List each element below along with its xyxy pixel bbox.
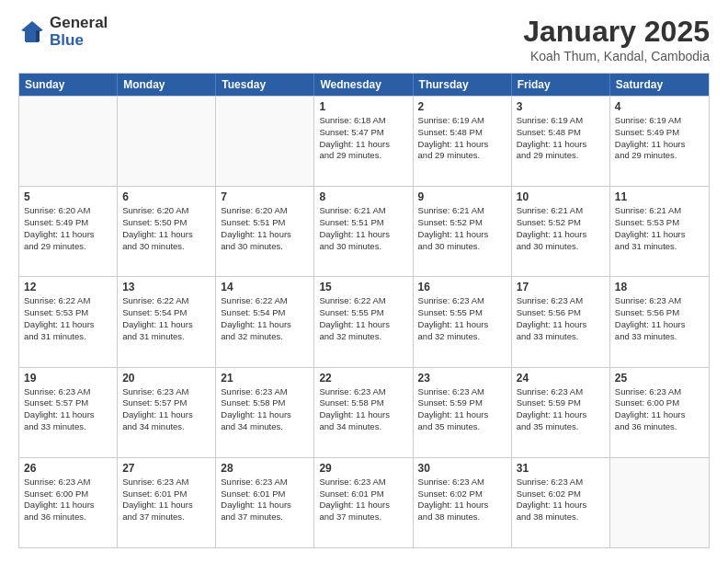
day-number: 29: [319, 462, 407, 475]
day-info: Sunrise: 6:19 AM Sunset: 5:48 PM Dayligh…: [517, 115, 605, 162]
cal-cell: 17Sunrise: 6:23 AM Sunset: 5:56 PM Dayli…: [512, 277, 610, 366]
cal-cell: 16Sunrise: 6:23 AM Sunset: 5:55 PM Dayli…: [414, 277, 512, 366]
logo: General Blue: [18, 15, 108, 49]
cal-cell: 24Sunrise: 6:23 AM Sunset: 5:59 PM Dayli…: [512, 368, 610, 457]
day-number: 8: [319, 190, 407, 203]
day-info: Sunrise: 6:20 AM Sunset: 5:50 PM Dayligh…: [122, 205, 210, 252]
cal-cell: 31Sunrise: 6:23 AM Sunset: 6:02 PM Dayli…: [512, 458, 610, 547]
cal-cell: 10Sunrise: 6:21 AM Sunset: 5:52 PM Dayli…: [512, 187, 610, 276]
day-number: 1: [319, 100, 407, 113]
cal-cell: 27Sunrise: 6:23 AM Sunset: 6:01 PM Dayli…: [118, 458, 216, 547]
location: Koah Thum, Kandal, Cambodia: [523, 49, 710, 63]
cal-cell: 23Sunrise: 6:23 AM Sunset: 5:59 PM Dayli…: [414, 368, 512, 457]
day-number: 15: [319, 281, 407, 293]
day-header-tuesday: Tuesday: [216, 74, 314, 96]
cal-cell: 30Sunrise: 6:23 AM Sunset: 6:02 PM Dayli…: [414, 458, 512, 547]
day-number: 27: [122, 462, 210, 475]
cal-cell: 28Sunrise: 6:23 AM Sunset: 6:01 PM Dayli…: [216, 458, 314, 547]
day-number: 25: [615, 372, 704, 385]
cal-cell: 13Sunrise: 6:22 AM Sunset: 5:54 PM Dayli…: [118, 277, 216, 366]
day-info: Sunrise: 6:23 AM Sunset: 5:57 PM Dayligh…: [122, 386, 210, 433]
day-info: Sunrise: 6:23 AM Sunset: 6:01 PM Dayligh…: [122, 477, 210, 523]
day-info: Sunrise: 6:18 AM Sunset: 5:47 PM Dayligh…: [319, 115, 407, 162]
cal-cell: 7Sunrise: 6:20 AM Sunset: 5:51 PM Daylig…: [216, 187, 314, 276]
day-header-thursday: Thursday: [414, 74, 512, 96]
cal-cell: 19Sunrise: 6:23 AM Sunset: 5:57 PM Dayli…: [19, 368, 118, 457]
day-number: 4: [615, 100, 704, 113]
logo-general: General: [50, 15, 108, 32]
cal-cell: 20Sunrise: 6:23 AM Sunset: 5:57 PM Dayli…: [118, 368, 216, 457]
cal-cell: 1Sunrise: 6:18 AM Sunset: 5:47 PM Daylig…: [314, 97, 413, 186]
day-info: Sunrise: 6:23 AM Sunset: 5:56 PM Dayligh…: [615, 295, 704, 342]
cal-cell: [610, 458, 709, 547]
day-info: Sunrise: 6:19 AM Sunset: 5:49 PM Dayligh…: [615, 115, 704, 162]
week-row-2: 5Sunrise: 6:20 AM Sunset: 5:49 PM Daylig…: [19, 186, 709, 276]
day-header-monday: Monday: [118, 74, 216, 96]
day-info: Sunrise: 6:23 AM Sunset: 5:57 PM Dayligh…: [24, 386, 112, 433]
day-header-saturday: Saturday: [610, 74, 709, 96]
day-number: 17: [517, 281, 605, 293]
cal-cell: 14Sunrise: 6:22 AM Sunset: 5:54 PM Dayli…: [216, 277, 314, 366]
week-row-1: 1Sunrise: 6:18 AM Sunset: 5:47 PM Daylig…: [19, 96, 709, 186]
day-info: Sunrise: 6:21 AM Sunset: 5:52 PM Dayligh…: [418, 205, 506, 252]
cal-cell: 11Sunrise: 6:21 AM Sunset: 5:53 PM Dayli…: [610, 187, 709, 276]
title-block: January 2025 Koah Thum, Kandal, Cambodia: [523, 15, 710, 63]
cal-cell: 12Sunrise: 6:22 AM Sunset: 5:53 PM Dayli…: [19, 277, 118, 366]
cal-cell: 8Sunrise: 6:21 AM Sunset: 5:51 PM Daylig…: [314, 187, 413, 276]
day-info: Sunrise: 6:21 AM Sunset: 5:52 PM Dayligh…: [517, 205, 605, 252]
day-info: Sunrise: 6:23 AM Sunset: 6:00 PM Dayligh…: [615, 386, 704, 433]
cal-cell: 21Sunrise: 6:23 AM Sunset: 5:58 PM Dayli…: [216, 368, 314, 457]
day-info: Sunrise: 6:20 AM Sunset: 5:51 PM Dayligh…: [221, 205, 309, 252]
day-number: 3: [517, 100, 605, 113]
cal-cell: 26Sunrise: 6:23 AM Sunset: 6:00 PM Dayli…: [19, 458, 118, 547]
day-info: Sunrise: 6:22 AM Sunset: 5:55 PM Dayligh…: [319, 295, 407, 342]
day-header-friday: Friday: [512, 74, 610, 96]
day-number: 7: [221, 190, 309, 203]
month-title: January 2025: [523, 15, 710, 49]
day-number: 11: [615, 190, 704, 203]
day-info: Sunrise: 6:23 AM Sunset: 5:58 PM Dayligh…: [221, 386, 309, 433]
day-info: Sunrise: 6:23 AM Sunset: 5:56 PM Dayligh…: [517, 295, 605, 342]
day-info: Sunrise: 6:22 AM Sunset: 5:54 PM Dayligh…: [221, 295, 309, 342]
day-number: 6: [122, 190, 210, 203]
day-number: 20: [122, 372, 210, 385]
week-row-3: 12Sunrise: 6:22 AM Sunset: 5:53 PM Dayli…: [19, 276, 709, 366]
day-number: 30: [418, 462, 506, 475]
day-info: Sunrise: 6:21 AM Sunset: 5:53 PM Dayligh…: [615, 205, 704, 252]
cal-cell: [19, 97, 118, 186]
day-info: Sunrise: 6:23 AM Sunset: 5:58 PM Dayligh…: [319, 386, 407, 433]
day-number: 13: [122, 281, 210, 293]
week-row-4: 19Sunrise: 6:23 AM Sunset: 5:57 PM Dayli…: [19, 367, 709, 457]
calendar: SundayMondayTuesdayWednesdayThursdayFrid…: [18, 73, 710, 548]
day-number: 26: [24, 462, 112, 475]
cal-cell: [118, 97, 216, 186]
calendar-header: SundayMondayTuesdayWednesdayThursdayFrid…: [19, 74, 709, 96]
day-number: 5: [24, 190, 112, 203]
day-number: 9: [418, 190, 506, 203]
page-header: General Blue January 2025 Koah Thum, Kan…: [18, 15, 710, 63]
day-number: 10: [517, 190, 605, 203]
day-info: Sunrise: 6:23 AM Sunset: 6:00 PM Dayligh…: [24, 477, 112, 523]
calendar-body: 1Sunrise: 6:18 AM Sunset: 5:47 PM Daylig…: [19, 96, 709, 547]
cal-cell: [216, 97, 314, 186]
cal-cell: 2Sunrise: 6:19 AM Sunset: 5:48 PM Daylig…: [414, 97, 512, 186]
day-number: 31: [517, 462, 605, 475]
cal-cell: 15Sunrise: 6:22 AM Sunset: 5:55 PM Dayli…: [314, 277, 413, 366]
day-number: 19: [24, 372, 112, 385]
day-info: Sunrise: 6:23 AM Sunset: 6:01 PM Dayligh…: [221, 477, 309, 523]
day-info: Sunrise: 6:22 AM Sunset: 5:54 PM Dayligh…: [122, 295, 210, 342]
day-number: 24: [517, 372, 605, 385]
cal-cell: 5Sunrise: 6:20 AM Sunset: 5:49 PM Daylig…: [19, 187, 118, 276]
day-number: 12: [24, 281, 112, 293]
day-info: Sunrise: 6:23 AM Sunset: 5:55 PM Dayligh…: [418, 295, 506, 342]
day-number: 22: [319, 372, 407, 385]
day-header-wednesday: Wednesday: [314, 74, 413, 96]
day-number: 16: [418, 281, 506, 293]
cal-cell: 29Sunrise: 6:23 AM Sunset: 6:01 PM Dayli…: [314, 458, 413, 547]
cal-cell: 3Sunrise: 6:19 AM Sunset: 5:48 PM Daylig…: [512, 97, 610, 186]
day-info: Sunrise: 6:23 AM Sunset: 5:59 PM Dayligh…: [418, 386, 506, 433]
day-info: Sunrise: 6:23 AM Sunset: 6:01 PM Dayligh…: [319, 477, 407, 523]
cal-cell: 6Sunrise: 6:20 AM Sunset: 5:50 PM Daylig…: [118, 187, 216, 276]
day-number: 2: [418, 100, 506, 113]
logo-icon: [18, 18, 46, 46]
